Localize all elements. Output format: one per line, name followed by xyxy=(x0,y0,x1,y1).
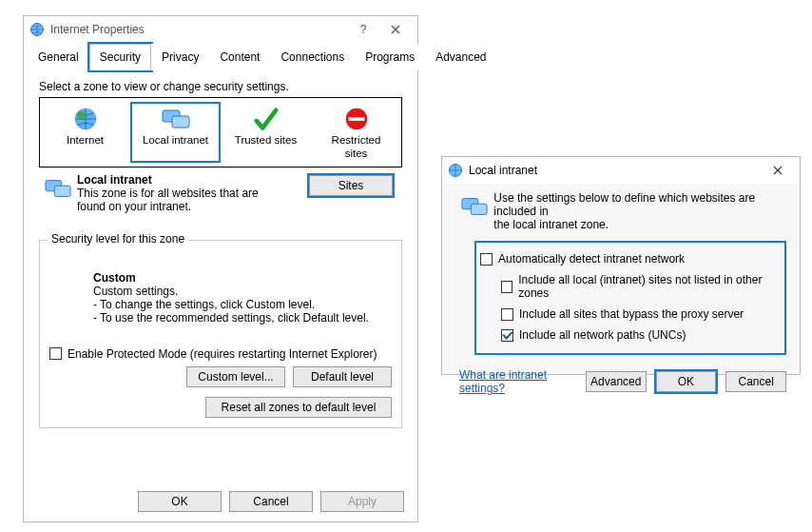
reset-all-zones-button[interactable]: Reset all zones to default level xyxy=(205,397,392,418)
local-intranet-icon xyxy=(42,175,74,202)
custom-level-button[interactable]: Custom level... xyxy=(186,366,285,387)
include-local-checkbox[interactable] xyxy=(501,281,512,293)
advanced-button[interactable]: Advanced xyxy=(586,371,647,392)
protected-mode-checkbox[interactable] xyxy=(49,347,62,360)
intranet-options-group: Automatically detect intranet network In… xyxy=(474,241,786,355)
svg-rect-11 xyxy=(471,204,487,214)
zone-local-intranet[interactable]: Local intranet xyxy=(130,102,221,163)
ok-button[interactable]: OK xyxy=(138,491,222,512)
zone-listbox: Internet Local intranet Trusted sites Re… xyxy=(39,97,402,167)
restricted-sites-icon xyxy=(342,105,371,133)
zone-description: Local intranet This zone is for all webs… xyxy=(77,173,309,213)
tab-security[interactable]: Security xyxy=(89,44,151,70)
svg-point-2 xyxy=(76,111,87,120)
dialog-title: Internet Properties xyxy=(50,23,145,36)
custom-title: Custom xyxy=(93,271,392,285)
instruction-text: Use the settings below to define which w… xyxy=(493,191,786,231)
zone-internet[interactable]: Internet xyxy=(40,102,130,163)
security-level-group: Security level for this zone Custom Cust… xyxy=(39,240,402,428)
tabstrip: General Security Privacy Content Connect… xyxy=(28,43,414,70)
cancel-button[interactable]: Cancel xyxy=(725,371,786,392)
globe-icon xyxy=(448,163,463,178)
auto-detect-checkbox[interactable] xyxy=(480,253,493,266)
internet-properties-dialog: Internet Properties ? General Security P… xyxy=(23,15,418,522)
help-button[interactable]: ? xyxy=(347,19,379,40)
close-icon xyxy=(391,25,400,34)
close-button[interactable] xyxy=(379,19,412,40)
globe-icon xyxy=(29,22,45,37)
local-intranet-icon xyxy=(458,193,491,220)
select-zone-label: Select a zone to view or change security… xyxy=(39,80,402,93)
tab-connections[interactable]: Connections xyxy=(270,44,355,70)
bypass-proxy-checkbox[interactable] xyxy=(501,308,513,321)
ok-button[interactable]: OK xyxy=(656,371,717,392)
auto-detect-label: Automatically detect intranet network xyxy=(498,252,685,266)
protected-mode-label: Enable Protected Mode (requires restarti… xyxy=(68,347,377,361)
default-level-button[interactable]: Default level xyxy=(293,366,392,387)
apply-button[interactable]: Apply xyxy=(320,491,404,512)
security-level-label: Security level for this zone xyxy=(48,232,188,246)
close-icon xyxy=(773,166,783,175)
zone-restricted-sites[interactable]: Restricted sites xyxy=(311,102,401,163)
sites-button[interactable]: Sites xyxy=(309,175,393,196)
dialog-title: Local intranet xyxy=(469,164,537,177)
unc-paths-checkbox[interactable] xyxy=(501,329,513,342)
close-button[interactable] xyxy=(762,160,794,181)
svg-rect-4 xyxy=(172,116,189,128)
what-are-intranet-settings-link[interactable]: What are intranet settings? xyxy=(459,368,576,395)
bypass-proxy-label: Include all sites that bypass the proxy … xyxy=(519,307,744,321)
svg-rect-6 xyxy=(348,117,364,121)
tab-advanced[interactable]: Advanced xyxy=(425,44,496,70)
tab-general[interactable]: General xyxy=(28,44,89,70)
local-intranet-zone-icon xyxy=(159,105,193,133)
zone-trusted-sites[interactable]: Trusted sites xyxy=(221,102,311,163)
tab-privacy[interactable]: Privacy xyxy=(151,44,209,70)
tab-content[interactable]: Content xyxy=(209,44,270,70)
unc-paths-label: Include all network paths (UNCs) xyxy=(519,328,686,342)
trusted-sites-icon xyxy=(252,105,280,133)
local-intranet-dialog: Local intranet Use the settings below to… xyxy=(441,156,801,375)
titlebar: Internet Properties ? xyxy=(24,16,417,43)
cancel-button[interactable]: Cancel xyxy=(229,491,313,512)
zone-name: Local intranet xyxy=(77,173,309,187)
tab-programs[interactable]: Programs xyxy=(355,44,425,70)
titlebar: Local intranet xyxy=(442,157,800,184)
include-local-label: Include all local (intranet) sites not l… xyxy=(518,273,777,300)
internet-zone-icon xyxy=(71,105,100,133)
svg-rect-8 xyxy=(54,186,70,196)
